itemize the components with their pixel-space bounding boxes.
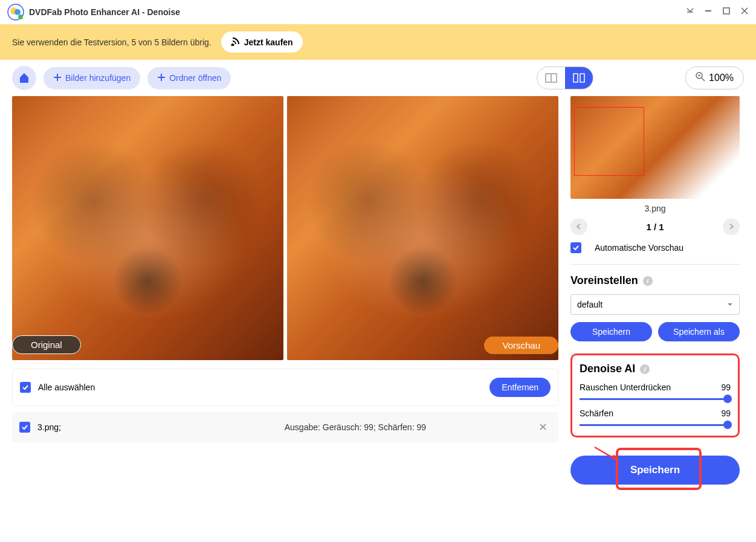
next-button[interactable]	[723, 218, 740, 235]
toolbar: Bilder hinzufügen Ordner öffnen 100%	[0, 60, 756, 96]
trial-text: Sie verwenden die Testversion, 5 von 5 B…	[12, 37, 212, 47]
open-folder-button[interactable]: Ordner öffnen	[147, 67, 231, 89]
check-icon	[572, 244, 580, 251]
preset-title: Voreinstellen	[570, 274, 638, 287]
app-title: DVDFab Photo Enhancer AI - Denoise	[29, 7, 686, 17]
slider-thumb[interactable]	[723, 395, 732, 403]
trial-banner: Sie verwenden die Testversion, 5 von 5 B…	[0, 24, 756, 60]
info-icon[interactable]: i	[643, 276, 653, 286]
sharpen-slider[interactable]	[580, 424, 731, 426]
crop-rect[interactable]	[574, 107, 644, 176]
suppress-slider[interactable]	[580, 398, 731, 400]
preset-value: default	[577, 300, 603, 309]
save-preset-button[interactable]: Speichern	[570, 322, 652, 341]
open-folder-label: Ordner öffnen	[169, 73, 221, 83]
chevron-down-icon	[727, 300, 733, 309]
close-icon[interactable]	[740, 7, 749, 18]
list-row: 3.png; Ausgabe: Geräusch: 99; Schärfen: …	[12, 412, 558, 442]
sharpen-label: Schärfen	[580, 408, 613, 418]
output-info: Ausgabe: Geräusch: 99; Schärfen: 99	[285, 422, 426, 432]
split-view-icon	[573, 73, 585, 83]
denoise-panel: Denoise AI i Rauschen Unterdrücken 99 Sc…	[570, 353, 740, 437]
save-as-preset-button[interactable]: Speichern als	[658, 322, 740, 341]
buy-label: Jetzt kaufen	[244, 37, 293, 47]
add-images-button[interactable]: Bilder hinzufügen	[44, 67, 140, 89]
sharpen-value: 99	[721, 408, 731, 418]
preview-label: Vorschau	[484, 337, 558, 354]
plus-icon	[53, 73, 62, 83]
svg-rect-8	[580, 74, 584, 82]
plus-icon	[157, 73, 166, 83]
home-icon	[18, 72, 30, 84]
maximize-icon[interactable]	[722, 7, 731, 18]
row-checkbox[interactable]	[19, 422, 30, 433]
zoom-control[interactable]: 100%	[685, 66, 744, 89]
svg-rect-7	[573, 74, 578, 82]
suppress-slider-row: Rauschen Unterdrücken 99	[580, 382, 731, 400]
original-label: Original	[12, 335, 81, 354]
denoise-title-row: Denoise AI i	[580, 363, 731, 375]
auto-preview-checkbox[interactable]	[570, 242, 581, 253]
slider-thumb[interactable]	[723, 421, 732, 429]
minimize-icon[interactable]	[704, 7, 712, 18]
split-view-button[interactable]	[565, 67, 593, 89]
info-icon[interactable]: i	[640, 364, 650, 374]
sidebar: 3.png 1 / 1 Automatische Vorschau Vorein…	[570, 96, 740, 485]
zoom-value: 100%	[709, 73, 734, 83]
preset-buttons: Speichern Speichern als	[570, 322, 740, 341]
denoise-title: Denoise AI	[580, 363, 635, 375]
main-area: Original Vorschau Alle auswählen Entfern…	[0, 96, 756, 485]
page-counter: 1 / 1	[646, 222, 664, 232]
select-all-label: Alle auswählen	[38, 382, 489, 392]
svg-point-2	[15, 9, 21, 15]
svg-point-3	[18, 15, 23, 19]
prev-button[interactable]	[570, 218, 587, 235]
save-container: Speichern	[570, 456, 740, 485]
svg-rect-4	[723, 8, 729, 14]
view-toggle	[537, 66, 593, 89]
filename: 3.png;	[37, 422, 61, 432]
check-icon	[21, 424, 28, 431]
suppress-value: 99	[721, 382, 731, 392]
rss-icon	[231, 36, 241, 48]
remove-row-button[interactable]: ✕	[535, 421, 551, 434]
preset-select[interactable]: default	[570, 294, 740, 315]
original-image[interactable]: Original	[12, 96, 283, 360]
chevron-left-icon	[576, 224, 582, 230]
auto-preview-row: Automatische Vorschau	[570, 242, 740, 253]
single-view-icon	[545, 73, 557, 83]
add-images-label: Bilder hinzufügen	[65, 73, 131, 83]
preset-title-row: Voreinstellen i	[570, 274, 740, 287]
titlebar: DVDFab Photo Enhancer AI - Denoise	[0, 0, 756, 24]
remove-button[interactable]: Entfernen	[489, 378, 551, 397]
left-panel: Original Vorschau Alle auswählen Entfern…	[12, 96, 558, 485]
list-header: Alle auswählen Entfernen	[12, 369, 558, 406]
sharpen-slider-row: Schärfen 99	[580, 408, 731, 426]
zoom-icon	[696, 72, 705, 84]
pager: 1 / 1	[570, 218, 740, 235]
divider	[570, 264, 740, 265]
preview-image[interactable]: Vorschau	[287, 96, 558, 360]
compare-view: Original Vorschau	[12, 96, 558, 360]
home-button[interactable]	[12, 66, 36, 90]
check-icon	[22, 384, 29, 391]
thumbnail[interactable]	[570, 96, 740, 199]
chevron-right-icon	[728, 224, 734, 230]
dropdown-icon[interactable]	[686, 7, 694, 18]
window-controls	[686, 7, 749, 18]
app-logo-icon	[7, 4, 24, 21]
buy-now-button[interactable]: Jetzt kaufen	[221, 31, 303, 53]
auto-preview-label: Automatische Vorschau	[595, 243, 683, 253]
suppress-label: Rauschen Unterdrücken	[580, 382, 671, 392]
single-view-button[interactable]	[537, 67, 565, 89]
save-button[interactable]: Speichern	[570, 456, 740, 485]
select-all-checkbox[interactable]	[20, 382, 31, 393]
thumbnail-name: 3.png	[570, 204, 740, 213]
